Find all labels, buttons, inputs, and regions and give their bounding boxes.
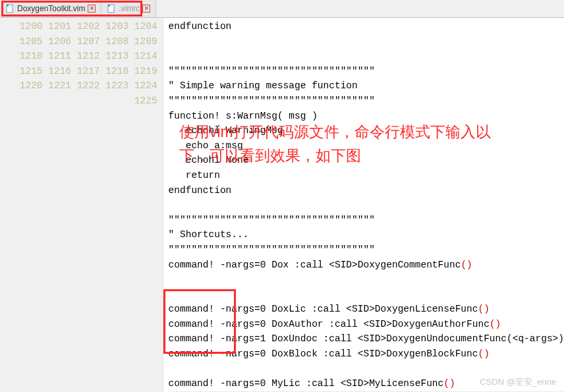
code-line: endfunction: [169, 19, 564, 34]
code-line: [169, 362, 564, 377]
tab-label: DoxygenToolkit.vim: [17, 4, 85, 13]
code-line: command! -nargs=0 Dox :call <SID>Doxygen…: [169, 258, 564, 273]
code-line: command! -nargs=1 DoxUndoc :call <SID>Do…: [169, 331, 564, 347]
code-editor[interactable]: 1200 1201 1202 1203 1204 1205 1206 1207 …: [0, 18, 564, 392]
close-icon[interactable]: ×: [88, 5, 96, 13]
code-line: [169, 34, 564, 49]
file-icon: [107, 4, 116, 13]
close-icon[interactable]: ×: [142, 5, 150, 13]
code-line: echohl None: [169, 153, 564, 168]
code-line: command! -nargs=0 MyLic :call <SID>MyLic…: [169, 376, 564, 391]
code-line: """""""""""""""""""""""""""""""""""": [169, 64, 564, 79]
code-line: echo a:msg: [169, 138, 564, 154]
editor-tabs: DoxygenToolkit.vim × .vimrc ×: [0, 0, 564, 18]
svg-rect-3: [108, 5, 110, 7]
code-area[interactable]: endfunction"""""""""""""""""""""""""""""…: [163, 18, 564, 392]
code-line: command! -nargs=0 DoxLic :call <SID>Doxy…: [169, 302, 564, 317]
code-line: command! -nargs=0 DoxBlock :call <SID>Do…: [169, 347, 564, 362]
code-line: [169, 287, 564, 302]
code-line: return: [169, 168, 564, 183]
tab-label: .vimrc: [119, 4, 140, 13]
code-line: function! s:WarnMsg( msg ): [169, 109, 564, 124]
line-gutter: 1200 1201 1202 1203 1204 1205 1206 1207 …: [0, 18, 163, 392]
code-line: " Simple warning message function: [169, 78, 564, 94]
code-line: " Shortcuts...: [169, 227, 564, 242]
code-line: """""""""""""""""""""""""""""""""""": [169, 94, 564, 109]
code-line: [169, 198, 564, 213]
code-line: """""""""""""""""""""""""""""""""""": [169, 213, 564, 228]
code-line: endfunction: [169, 183, 564, 198]
code-line: [169, 272, 564, 287]
code-line: """""""""""""""""""""""""""""""""""": [169, 242, 564, 258]
code-line: command! -nargs=0 DoxAuthor :call <SID>D…: [169, 317, 564, 332]
tab-vimrc[interactable]: .vimrc ×: [101, 0, 156, 17]
file-icon: [5, 4, 14, 13]
code-line: echohl WarningMsg: [169, 123, 564, 138]
svg-rect-1: [7, 5, 9, 7]
code-line: [169, 49, 564, 64]
tab-doxygentoolkit[interactable]: DoxygenToolkit.vim ×: [0, 0, 101, 17]
